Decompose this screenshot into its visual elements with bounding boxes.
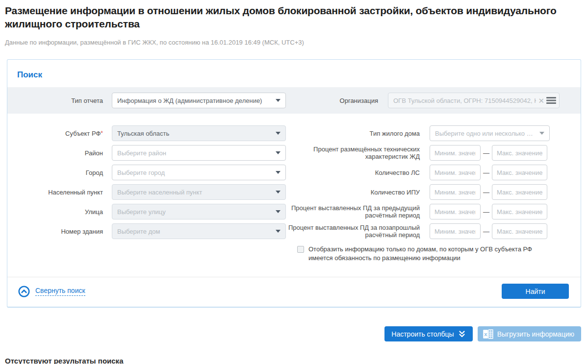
- range-dash: —: [483, 208, 489, 216]
- pd-before-prev-range: —: [430, 223, 550, 239]
- city-placeholder: Выберите город: [117, 169, 272, 176]
- settlement-label: Населенный пункт: [17, 189, 112, 196]
- field-row-pd-prev: Процент выставленных ПД за предыдущий ра…: [285, 204, 571, 219]
- collapse-circle-icon: [18, 286, 30, 297]
- report-type-select[interactable]: Информация о ЖД (административное делени…: [112, 93, 286, 108]
- chevron-down-icon: [539, 132, 544, 135]
- search-panel: Поиск Тип отчета Информация о ЖД (админи…: [7, 59, 581, 308]
- no-results-message: Отсутствуют результаты поиска: [5, 357, 581, 364]
- field-row-ls-count: Количество ЛС —: [285, 165, 571, 180]
- house-type-multiselect[interactable]: Выберите одно или несколько значен...: [430, 125, 550, 141]
- district-select[interactable]: Выберите район: [112, 145, 286, 161]
- excel-icon: x: [483, 329, 493, 339]
- house-type-placeholder: Выберите одно или несколько значен...: [435, 130, 536, 137]
- collapse-search-link[interactable]: Свернуть поиск: [35, 287, 85, 296]
- export-info-button[interactable]: x Выгрузить информацию: [478, 326, 581, 341]
- street-select[interactable]: Выберите улицу: [112, 204, 286, 219]
- pd-prev-range: —: [430, 204, 550, 219]
- menu-icon[interactable]: [546, 97, 556, 104]
- organization-value: ОГВ Тульской области, ОГРН: 715094452904…: [393, 97, 536, 104]
- search-panel-footer: Свернуть поиск Найти: [7, 277, 581, 307]
- pd-prev-label: Процент выставленных ПД за предыдущий ра…: [285, 204, 430, 219]
- field-row-settlement: Населенный пункт Выберите населенный пун…: [17, 184, 285, 200]
- field-row-tech-percent: Процент размещённых технических характер…: [285, 145, 571, 161]
- report-type-label: Тип отчета: [17, 97, 112, 104]
- double-chevron-down-icon: [458, 330, 466, 338]
- ls-count-min-input[interactable]: [430, 165, 481, 180]
- tech-percent-range: —: [430, 145, 550, 161]
- ipu-count-range: —: [430, 184, 550, 200]
- collapse-search-control[interactable]: Свернуть поиск: [18, 286, 85, 297]
- field-row-house-type: Тип жилого дома Выберите одно или нескол…: [285, 125, 571, 141]
- building-select[interactable]: Выберите дом: [112, 223, 286, 239]
- chevron-down-icon: [276, 132, 281, 135]
- field-row-street: Улица Выберите улицу: [17, 204, 285, 219]
- search-form-body: Субъект РФ* Тульская область Район Выбер…: [7, 114, 581, 263]
- field-row-district: Район Выберите район: [17, 145, 285, 161]
- pd-prev-max-input[interactable]: [492, 204, 547, 219]
- configure-columns-label: Настроить столбцы: [391, 330, 454, 338]
- ls-count-max-input[interactable]: [492, 165, 547, 180]
- subject-value: Тульская область: [117, 130, 272, 137]
- page-title: Размещение информации в отношении жилых …: [5, 4, 581, 30]
- page: Размещение информации в отношении жилых …: [0, 4, 588, 364]
- clear-icon[interactable]: ✕: [538, 97, 544, 104]
- configure-columns-button[interactable]: Настроить столбцы: [384, 326, 472, 341]
- result-actions-row: Настроить столбцы x Выгрузить информацию: [7, 326, 581, 341]
- report-type-band: Тип отчета Информация о ЖД (администрати…: [7, 87, 581, 114]
- city-select[interactable]: Выберите город: [112, 165, 286, 180]
- chevron-down-icon: [276, 191, 281, 194]
- building-label: Номер здания: [17, 228, 112, 235]
- district-label: Район: [17, 149, 112, 157]
- field-row-pd-before-prev: Процент выставленных ПД за позапрошлый р…: [285, 223, 571, 239]
- page-subtitle: Данные по информации, размещённой в ГИС …: [5, 39, 581, 46]
- pd-before-prev-max-input[interactable]: [492, 223, 547, 239]
- district-placeholder: Выберите район: [117, 149, 272, 157]
- criteria-column: Тип жилого дома Выберите одно или нескол…: [285, 125, 571, 263]
- settlement-select[interactable]: Выберите населенный пункт: [112, 184, 286, 200]
- organization-field[interactable]: ОГВ Тульской области, ОГРН: 715094452904…: [388, 93, 560, 108]
- report-type-value: Информация о ЖД (административное делени…: [117, 97, 272, 104]
- report-type-group: Тип отчета Информация о ЖД (администрати…: [17, 93, 295, 108]
- address-column: Субъект РФ* Тульская область Район Выбер…: [7, 125, 285, 263]
- ogv-obligation-checkbox-row: Отобразить информацию только по домам, п…: [297, 245, 571, 263]
- tech-percent-label: Процент размещённых технических характер…: [285, 146, 430, 160]
- field-row-building: Номер здания Выберите дом: [17, 223, 285, 239]
- export-info-label: Выгрузить информацию: [497, 330, 574, 338]
- city-label: Город: [17, 169, 112, 176]
- tech-percent-max-input[interactable]: [492, 145, 547, 161]
- search-panel-title: Поиск: [17, 70, 42, 79]
- settlement-placeholder: Выберите населенный пункт: [117, 189, 272, 196]
- ipu-count-min-input[interactable]: [430, 184, 481, 200]
- field-row-city: Город Выберите город: [17, 165, 285, 180]
- street-placeholder: Выберите улицу: [117, 208, 272, 216]
- ipu-count-label: Количество ИПУ: [285, 189, 430, 196]
- pd-before-prev-min-input[interactable]: [430, 223, 481, 239]
- range-dash: —: [483, 169, 489, 176]
- chevron-down-icon: [276, 151, 281, 154]
- field-row-subject: Субъект РФ* Тульская область: [17, 125, 285, 141]
- ls-count-range: —: [430, 165, 550, 180]
- chevron-down-icon: [276, 171, 281, 174]
- building-placeholder: Выберите дом: [117, 228, 272, 235]
- house-type-label: Тип жилого дома: [285, 130, 430, 137]
- organization-group: Организация ОГВ Тульской области, ОГРН: …: [295, 93, 571, 108]
- chevron-down-icon: [276, 210, 281, 213]
- ogv-obligation-checkbox[interactable]: [297, 246, 304, 253]
- range-dash: —: [483, 228, 489, 235]
- required-mark: *: [101, 130, 103, 137]
- svg-text:x: x: [484, 331, 487, 337]
- organization-label: Организация: [295, 97, 388, 104]
- tech-percent-min-input[interactable]: [430, 145, 481, 161]
- find-button[interactable]: Найти: [502, 284, 569, 299]
- ipu-count-max-input[interactable]: [492, 184, 547, 200]
- street-label: Улица: [17, 208, 112, 216]
- range-dash: —: [483, 189, 489, 196]
- field-row-ipu-count: Количество ИПУ —: [285, 184, 571, 200]
- pd-prev-min-input[interactable]: [430, 204, 481, 219]
- ogv-obligation-checkbox-label: Отобразить информацию только по домам, п…: [308, 245, 546, 263]
- search-panel-header: Поиск: [7, 60, 581, 87]
- subject-label: Субъект РФ*: [17, 130, 112, 137]
- pd-before-prev-label: Процент выставленных ПД за позапрошлый р…: [285, 224, 430, 239]
- subject-select[interactable]: Тульская область: [112, 125, 286, 141]
